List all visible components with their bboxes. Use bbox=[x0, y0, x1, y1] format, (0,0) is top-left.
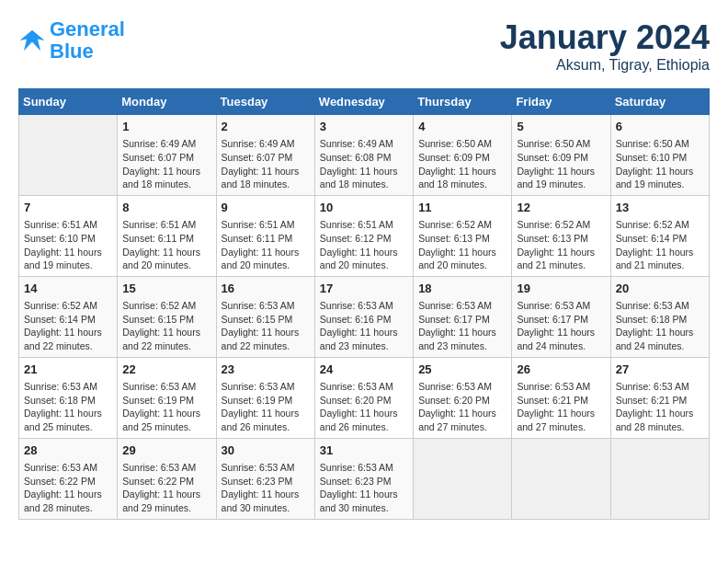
day-number: 20 bbox=[616, 281, 704, 297]
day-number: 25 bbox=[418, 362, 506, 378]
day-number: 8 bbox=[122, 200, 210, 216]
day-number: 21 bbox=[24, 362, 112, 378]
day-number: 19 bbox=[517, 281, 605, 297]
page-header: General Blue January 2024 Aksum, Tigray,… bbox=[18, 18, 710, 74]
day-info: Sunrise: 6:52 AMSunset: 6:13 PMDaylight:… bbox=[418, 218, 506, 272]
day-number: 2 bbox=[222, 119, 310, 135]
day-number: 10 bbox=[320, 200, 408, 216]
week-row: 7Sunrise: 6:51 AMSunset: 6:10 PMDaylight… bbox=[19, 195, 710, 276]
day-number: 12 bbox=[517, 200, 605, 216]
calendar-cell: 1Sunrise: 6:49 AMSunset: 6:07 PMDaylight… bbox=[118, 115, 216, 196]
day-info: Sunrise: 6:53 AMSunset: 6:16 PMDaylight:… bbox=[320, 299, 408, 353]
day-number: 28 bbox=[24, 442, 112, 459]
calendar-cell: 3Sunrise: 6:49 AMSunset: 6:08 PMDaylight… bbox=[314, 115, 413, 196]
calendar-cell: 4Sunrise: 6:50 AMSunset: 6:09 PMDaylight… bbox=[414, 115, 512, 196]
header-tuesday: Tuesday bbox=[216, 89, 314, 115]
header-thursday: Thursday bbox=[414, 89, 512, 115]
day-info: Sunrise: 6:52 AMSunset: 6:14 PMDaylight:… bbox=[24, 299, 112, 353]
calendar-cell: 9Sunrise: 6:51 AMSunset: 6:11 PMDaylight… bbox=[216, 195, 314, 276]
day-info: Sunrise: 6:53 AMSunset: 6:19 PMDaylight:… bbox=[222, 380, 310, 434]
day-info: Sunrise: 6:51 AMSunset: 6:10 PMDaylight:… bbox=[24, 218, 112, 272]
logo: General Blue bbox=[18, 18, 125, 63]
day-number: 18 bbox=[418, 281, 506, 297]
calendar-cell: 20Sunrise: 6:53 AMSunset: 6:18 PMDayligh… bbox=[610, 276, 709, 357]
calendar-cell: 10Sunrise: 6:51 AMSunset: 6:12 PMDayligh… bbox=[314, 195, 413, 276]
week-row: 1Sunrise: 6:49 AMSunset: 6:07 PMDaylight… bbox=[19, 115, 710, 196]
week-row: 28Sunrise: 6:53 AMSunset: 6:22 PMDayligh… bbox=[19, 438, 710, 519]
calendar-cell: 17Sunrise: 6:53 AMSunset: 6:16 PMDayligh… bbox=[314, 276, 413, 357]
day-info: Sunrise: 6:51 AMSunset: 6:11 PMDaylight:… bbox=[222, 218, 310, 272]
logo-icon bbox=[18, 27, 46, 54]
day-info: Sunrise: 6:50 AMSunset: 6:09 PMDaylight:… bbox=[418, 137, 506, 191]
day-info: Sunrise: 6:52 AMSunset: 6:13 PMDaylight:… bbox=[517, 218, 605, 272]
day-info: Sunrise: 6:53 AMSunset: 6:18 PMDaylight:… bbox=[616, 299, 704, 353]
day-number: 23 bbox=[222, 362, 310, 378]
day-info: Sunrise: 6:50 AMSunset: 6:10 PMDaylight:… bbox=[616, 137, 704, 191]
calendar-cell: 15Sunrise: 6:52 AMSunset: 6:15 PMDayligh… bbox=[118, 276, 216, 357]
day-info: Sunrise: 6:53 AMSunset: 6:21 PMDaylight:… bbox=[517, 380, 605, 434]
header-friday: Friday bbox=[512, 89, 610, 115]
calendar-cell: 5Sunrise: 6:50 AMSunset: 6:09 PMDaylight… bbox=[512, 115, 610, 196]
week-row: 14Sunrise: 6:52 AMSunset: 6:14 PMDayligh… bbox=[19, 276, 710, 357]
calendar-cell bbox=[512, 438, 610, 519]
logo-line1: General bbox=[50, 17, 125, 40]
day-number: 7 bbox=[24, 200, 112, 216]
calendar-cell: 14Sunrise: 6:52 AMSunset: 6:14 PMDayligh… bbox=[19, 276, 118, 357]
calendar-cell: 22Sunrise: 6:53 AMSunset: 6:19 PMDayligh… bbox=[118, 357, 216, 438]
day-number: 24 bbox=[320, 362, 408, 378]
logo-text: General Blue bbox=[50, 18, 125, 63]
day-number: 29 bbox=[122, 442, 210, 459]
calendar-cell: 25Sunrise: 6:53 AMSunset: 6:20 PMDayligh… bbox=[414, 357, 512, 438]
calendar-cell: 23Sunrise: 6:53 AMSunset: 6:19 PMDayligh… bbox=[216, 357, 314, 438]
calendar-cell: 26Sunrise: 6:53 AMSunset: 6:21 PMDayligh… bbox=[512, 357, 610, 438]
day-number: 14 bbox=[24, 281, 112, 297]
day-number: 22 bbox=[122, 362, 210, 378]
day-info: Sunrise: 6:53 AMSunset: 6:23 PMDaylight:… bbox=[222, 461, 310, 515]
day-info: Sunrise: 6:53 AMSunset: 6:21 PMDaylight:… bbox=[616, 380, 704, 434]
day-number: 17 bbox=[320, 281, 408, 297]
calendar-cell: 29Sunrise: 6:53 AMSunset: 6:22 PMDayligh… bbox=[118, 438, 216, 519]
day-info: Sunrise: 6:52 AMSunset: 6:15 PMDaylight:… bbox=[122, 299, 210, 353]
day-info: Sunrise: 6:53 AMSunset: 6:20 PMDaylight:… bbox=[418, 380, 506, 434]
day-info: Sunrise: 6:52 AMSunset: 6:14 PMDaylight:… bbox=[616, 218, 704, 272]
day-info: Sunrise: 6:49 AMSunset: 6:07 PMDaylight:… bbox=[222, 137, 310, 191]
calendar-header: SundayMondayTuesdayWednesdayThursdayFrid… bbox=[19, 89, 710, 115]
calendar-cell: 21Sunrise: 6:53 AMSunset: 6:18 PMDayligh… bbox=[19, 357, 118, 438]
day-number: 15 bbox=[122, 281, 210, 297]
header-row: SundayMondayTuesdayWednesdayThursdayFrid… bbox=[19, 89, 710, 115]
day-info: Sunrise: 6:53 AMSunset: 6:22 PMDaylight:… bbox=[122, 461, 210, 515]
day-info: Sunrise: 6:53 AMSunset: 6:19 PMDaylight:… bbox=[122, 380, 210, 434]
day-info: Sunrise: 6:53 AMSunset: 6:17 PMDaylight:… bbox=[517, 299, 605, 353]
header-saturday: Saturday bbox=[610, 89, 709, 115]
calendar-cell: 12Sunrise: 6:52 AMSunset: 6:13 PMDayligh… bbox=[512, 195, 610, 276]
calendar-cell: 31Sunrise: 6:53 AMSunset: 6:23 PMDayligh… bbox=[314, 438, 413, 519]
calendar-cell bbox=[610, 438, 709, 519]
day-number: 1 bbox=[122, 119, 210, 135]
day-info: Sunrise: 6:53 AMSunset: 6:18 PMDaylight:… bbox=[24, 380, 112, 434]
day-number: 11 bbox=[418, 200, 506, 216]
day-info: Sunrise: 6:53 AMSunset: 6:22 PMDaylight:… bbox=[24, 461, 112, 515]
calendar-cell: 16Sunrise: 6:53 AMSunset: 6:15 PMDayligh… bbox=[216, 276, 314, 357]
calendar-cell: 13Sunrise: 6:52 AMSunset: 6:14 PMDayligh… bbox=[610, 195, 709, 276]
week-row: 21Sunrise: 6:53 AMSunset: 6:18 PMDayligh… bbox=[19, 357, 710, 438]
day-number: 13 bbox=[616, 200, 704, 216]
day-info: Sunrise: 6:49 AMSunset: 6:07 PMDaylight:… bbox=[122, 137, 210, 191]
day-number: 31 bbox=[320, 442, 408, 459]
day-number: 27 bbox=[616, 362, 704, 378]
calendar-table: SundayMondayTuesdayWednesdayThursdayFrid… bbox=[18, 88, 710, 520]
calendar-cell: 8Sunrise: 6:51 AMSunset: 6:11 PMDaylight… bbox=[118, 195, 216, 276]
calendar-body: 1Sunrise: 6:49 AMSunset: 6:07 PMDaylight… bbox=[19, 115, 710, 520]
day-info: Sunrise: 6:53 AMSunset: 6:20 PMDaylight:… bbox=[320, 380, 408, 434]
day-number: 5 bbox=[517, 119, 605, 135]
calendar-cell: 28Sunrise: 6:53 AMSunset: 6:22 PMDayligh… bbox=[19, 438, 118, 519]
day-info: Sunrise: 6:49 AMSunset: 6:08 PMDaylight:… bbox=[320, 137, 408, 191]
day-info: Sunrise: 6:50 AMSunset: 6:09 PMDaylight:… bbox=[517, 137, 605, 191]
calendar-cell: 11Sunrise: 6:52 AMSunset: 6:13 PMDayligh… bbox=[414, 195, 512, 276]
day-number: 26 bbox=[517, 362, 605, 378]
calendar-cell: 27Sunrise: 6:53 AMSunset: 6:21 PMDayligh… bbox=[610, 357, 709, 438]
calendar-subtitle: Aksum, Tigray, Ethiopia bbox=[500, 57, 710, 74]
calendar-cell: 24Sunrise: 6:53 AMSunset: 6:20 PMDayligh… bbox=[314, 357, 413, 438]
header-sunday: Sunday bbox=[19, 89, 118, 115]
calendar-cell: 18Sunrise: 6:53 AMSunset: 6:17 PMDayligh… bbox=[414, 276, 512, 357]
day-info: Sunrise: 6:53 AMSunset: 6:15 PMDaylight:… bbox=[222, 299, 310, 353]
